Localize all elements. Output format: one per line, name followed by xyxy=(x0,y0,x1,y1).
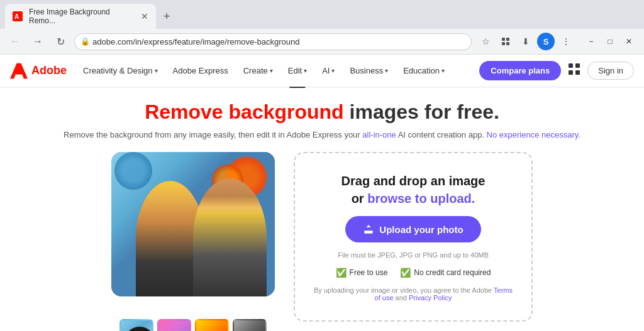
main-content: Remove background images for free. Remov… xyxy=(0,87,644,331)
lock-icon: 🔒 xyxy=(80,37,90,46)
chevron-down-icon-6: ▾ xyxy=(441,67,445,74)
file-types-text: File must be JPEG, JPG or PNG and up to … xyxy=(338,251,489,259)
tab-bar: A Free Image Background Remo... ✕ + xyxy=(0,0,644,29)
feature-no-credit: ✅ No credit card required xyxy=(400,268,491,278)
chevron-down-icon-4: ▾ xyxy=(331,67,335,74)
adobe-logo[interactable]: Adobe xyxy=(10,62,67,80)
close-btn[interactable]: ✕ xyxy=(620,33,638,50)
settings-btn[interactable]: ⋮ xyxy=(557,33,575,50)
tab-favicon: A xyxy=(13,11,23,21)
address-bar-container: 🔒 xyxy=(74,33,472,50)
features-row: ✅ Free to use ✅ No credit card required xyxy=(336,268,491,278)
svg-rect-5 xyxy=(506,42,509,45)
new-tab-btn[interactable]: + xyxy=(158,8,175,26)
browser-chrome: A Free Image Background Remo... ✕ + ← → … xyxy=(0,0,644,55)
privacy-link[interactable]: Privacy Policy xyxy=(409,294,452,301)
back-btn[interactable]: ← xyxy=(6,33,24,50)
svg-rect-3 xyxy=(506,38,509,41)
upload-footer: By uploading your image or video, you ag… xyxy=(310,286,516,301)
profile-btn[interactable]: S xyxy=(537,33,555,50)
svg-rect-7 xyxy=(575,63,580,68)
sign-in-button[interactable]: Sign in xyxy=(587,62,634,80)
hero-title: Remove background images for free. xyxy=(25,100,619,124)
apps-grid-button[interactable] xyxy=(564,61,585,80)
hero-body: ↖ Drag and drop an image or browse to up… xyxy=(25,152,619,331)
drag-drop-text: Drag and drop an image or browse to uplo… xyxy=(341,172,486,207)
reload-btn[interactable]: ↻ xyxy=(52,33,69,50)
check-icon-2: ✅ xyxy=(400,268,411,278)
download-btn[interactable]: ⬇ xyxy=(517,33,535,50)
thumbnail-4[interactable] xyxy=(233,319,267,331)
nav-item-adobe-express[interactable]: Adobe Express xyxy=(167,62,235,79)
thumbnail-2[interactable] xyxy=(157,319,191,331)
svg-rect-2 xyxy=(502,38,505,41)
tab-close-btn[interactable]: ✕ xyxy=(141,11,148,21)
upload-photo-button[interactable]: Upload your photo xyxy=(345,216,480,242)
browse-link[interactable]: browse to upload. xyxy=(367,192,475,205)
chevron-down-icon-3: ▾ xyxy=(304,67,307,74)
svg-text:A: A xyxy=(14,13,19,20)
forward-btn[interactable]: → xyxy=(29,33,47,50)
minimize-btn[interactable]: − xyxy=(582,33,600,50)
upload-drop-zone[interactable]: Drag and drop an image or browse to uplo… xyxy=(294,152,533,322)
address-input[interactable] xyxy=(74,33,472,50)
nav-item-education[interactable]: Education ▾ xyxy=(397,62,451,79)
adobe-nav: Adobe Creativity & Design ▾ Adobe Expres… xyxy=(0,55,644,87)
chevron-down-icon: ▾ xyxy=(155,67,158,74)
feature-free: ✅ Free to use xyxy=(336,268,388,278)
extensions-btn[interactable] xyxy=(497,33,514,50)
chevron-down-icon-5: ▾ xyxy=(385,67,388,74)
check-icon-1: ✅ xyxy=(336,268,347,278)
image-preview-panel: ↖ xyxy=(111,152,275,331)
nav-item-create[interactable]: Create ▾ xyxy=(237,62,279,79)
address-bar-row: ← → ↻ 🔒 ☆ ⬇ S ⋮ − □ ✕ xyxy=(0,29,644,54)
window-controls: − □ ✕ xyxy=(582,33,638,50)
nav-item-ai[interactable]: AI ▾ xyxy=(316,62,341,79)
thumbnail-3[interactable]: ↖ xyxy=(195,319,229,331)
maximize-btn[interactable]: □ xyxy=(601,33,619,50)
adobe-logo-text: Adobe xyxy=(31,64,67,77)
active-tab[interactable]: A Free Image Background Remo... ✕ xyxy=(5,4,156,29)
svg-rect-8 xyxy=(569,70,573,75)
browser-actions: ☆ ⬇ S ⋮ xyxy=(477,33,575,50)
svg-rect-9 xyxy=(575,70,580,75)
main-preview-image xyxy=(111,152,275,296)
nav-item-business[interactable]: Business ▾ xyxy=(343,62,394,79)
bookmark-btn[interactable]: ☆ xyxy=(477,33,494,50)
svg-rect-4 xyxy=(502,42,505,45)
chevron-down-icon-2: ▾ xyxy=(270,67,273,74)
title-highlight: Remove background xyxy=(145,100,344,123)
compare-plans-button[interactable]: Compare plans xyxy=(479,61,561,80)
svg-rect-6 xyxy=(569,63,573,68)
hero-subtitle: Remove the background from any image eas… xyxy=(25,130,619,139)
nav-item-creativity[interactable]: Creativity & Design ▾ xyxy=(77,62,164,79)
nav-item-edit[interactable]: Edit ▾ xyxy=(282,62,313,79)
tab-title: Free Image Background Remo... xyxy=(29,8,137,25)
